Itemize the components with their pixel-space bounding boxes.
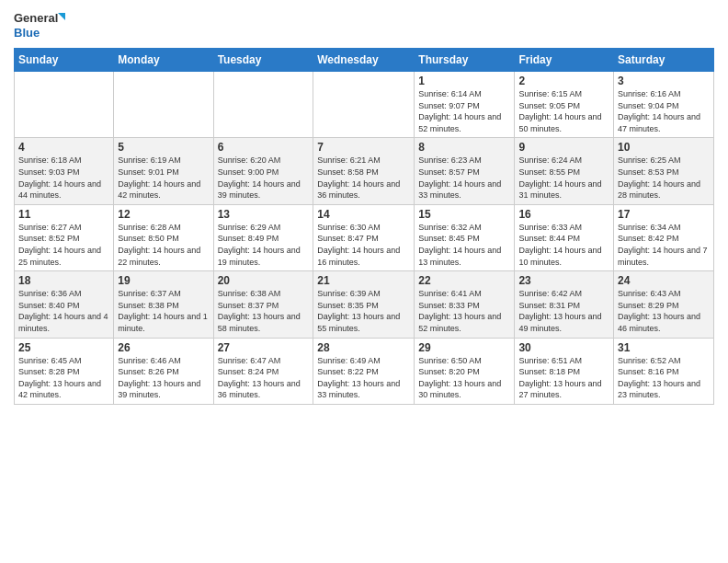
- calendar-cell: 22Sunrise: 6:41 AM Sunset: 8:33 PM Dayli…: [415, 271, 515, 338]
- day-info: Sunrise: 6:39 AM Sunset: 8:35 PM Dayligh…: [317, 288, 410, 334]
- day-number: 18: [18, 274, 109, 287]
- calendar-cell: 8Sunrise: 6:23 AM Sunset: 8:57 PM Daylig…: [415, 138, 515, 204]
- calendar-cell: 6Sunrise: 6:20 AM Sunset: 9:00 PM Daylig…: [213, 138, 313, 204]
- calendar-week-row: 1Sunrise: 6:14 AM Sunset: 9:07 PM Daylig…: [15, 72, 714, 138]
- day-info: Sunrise: 6:43 AM Sunset: 8:29 PM Dayligh…: [618, 288, 710, 334]
- day-number: 15: [418, 208, 510, 221]
- calendar-cell: 20Sunrise: 6:38 AM Sunset: 8:37 PM Dayli…: [213, 271, 313, 338]
- calendar-cell: 23Sunrise: 6:42 AM Sunset: 8:31 PM Dayli…: [515, 271, 614, 338]
- calendar-cell: 19Sunrise: 6:37 AM Sunset: 8:38 PM Dayli…: [114, 271, 213, 338]
- calendar-cell: 16Sunrise: 6:33 AM Sunset: 8:44 PM Dayli…: [515, 204, 614, 270]
- calendar-cell: [15, 72, 114, 138]
- day-number: 12: [118, 208, 209, 221]
- day-info: Sunrise: 6:25 AM Sunset: 8:53 PM Dayligh…: [618, 155, 710, 201]
- day-number: 27: [218, 341, 310, 354]
- day-number: 28: [317, 341, 410, 354]
- calendar-cell: 3Sunrise: 6:16 AM Sunset: 9:04 PM Daylig…: [614, 72, 714, 138]
- day-info: Sunrise: 6:45 AM Sunset: 8:28 PM Dayligh…: [18, 355, 109, 401]
- day-number: 20: [218, 274, 310, 287]
- day-of-week-header: Tuesday: [213, 49, 313, 72]
- calendar-cell: 11Sunrise: 6:27 AM Sunset: 8:52 PM Dayli…: [15, 204, 114, 270]
- day-info: Sunrise: 6:46 AM Sunset: 8:26 PM Dayligh…: [118, 355, 209, 401]
- calendar-cell: 12Sunrise: 6:28 AM Sunset: 8:50 PM Dayli…: [114, 204, 213, 270]
- calendar-week-row: 11Sunrise: 6:27 AM Sunset: 8:52 PM Dayli…: [15, 204, 714, 270]
- calendar-cell: 15Sunrise: 6:32 AM Sunset: 8:45 PM Dayli…: [415, 204, 515, 270]
- day-number: 13: [218, 208, 310, 221]
- day-number: 11: [18, 208, 109, 221]
- day-number: 3: [618, 75, 710, 87]
- day-of-week-header: Sunday: [15, 49, 114, 72]
- day-of-week-header: Friday: [515, 49, 614, 72]
- day-number: 4: [18, 141, 109, 154]
- calendar-cell: 24Sunrise: 6:43 AM Sunset: 8:29 PM Dayli…: [614, 271, 714, 338]
- calendar-cell: 31Sunrise: 6:52 AM Sunset: 8:16 PM Dayli…: [614, 338, 714, 404]
- calendar-cell: 29Sunrise: 6:50 AM Sunset: 8:20 PM Dayli…: [415, 338, 515, 404]
- day-info: Sunrise: 6:38 AM Sunset: 8:37 PM Dayligh…: [218, 288, 310, 334]
- day-info: Sunrise: 6:50 AM Sunset: 8:20 PM Dayligh…: [418, 355, 510, 401]
- day-info: Sunrise: 6:34 AM Sunset: 8:42 PM Dayligh…: [618, 222, 710, 268]
- calendar-cell: 1Sunrise: 6:14 AM Sunset: 9:07 PM Daylig…: [415, 72, 515, 138]
- day-info: Sunrise: 6:52 AM Sunset: 8:16 PM Dayligh…: [618, 355, 710, 401]
- calendar-header-row: SundayMondayTuesdayWednesdayThursdayFrid…: [15, 49, 714, 72]
- calendar-cell: 13Sunrise: 6:29 AM Sunset: 8:49 PM Dayli…: [213, 204, 313, 270]
- day-number: 29: [418, 341, 510, 354]
- day-number: 5: [118, 141, 209, 154]
- day-number: 24: [618, 274, 710, 287]
- day-number: 2: [518, 75, 609, 87]
- header: General Blue: [14, 9, 714, 42]
- calendar-cell: 10Sunrise: 6:25 AM Sunset: 8:53 PM Dayli…: [614, 138, 714, 204]
- calendar-week-row: 4Sunrise: 6:18 AM Sunset: 9:03 PM Daylig…: [15, 138, 714, 204]
- day-info: Sunrise: 6:37 AM Sunset: 8:38 PM Dayligh…: [118, 288, 209, 334]
- calendar-table: SundayMondayTuesdayWednesdayThursdayFrid…: [14, 48, 714, 405]
- calendar-week-row: 18Sunrise: 6:36 AM Sunset: 8:40 PM Dayli…: [15, 271, 714, 338]
- svg-text:Blue: Blue: [14, 26, 40, 40]
- calendar-cell: 26Sunrise: 6:46 AM Sunset: 8:26 PM Dayli…: [114, 338, 213, 404]
- calendar-cell: 2Sunrise: 6:15 AM Sunset: 9:05 PM Daylig…: [515, 72, 614, 138]
- day-info: Sunrise: 6:20 AM Sunset: 9:00 PM Dayligh…: [218, 155, 310, 201]
- day-info: Sunrise: 6:30 AM Sunset: 8:47 PM Dayligh…: [317, 222, 410, 268]
- day-info: Sunrise: 6:29 AM Sunset: 8:49 PM Dayligh…: [218, 222, 310, 268]
- day-info: Sunrise: 6:32 AM Sunset: 8:45 PM Dayligh…: [418, 222, 510, 268]
- day-info: Sunrise: 6:15 AM Sunset: 9:05 PM Dayligh…: [518, 88, 609, 134]
- logo-svg: General Blue: [14, 9, 69, 42]
- day-info: Sunrise: 6:16 AM Sunset: 9:04 PM Dayligh…: [618, 88, 710, 134]
- day-info: Sunrise: 6:42 AM Sunset: 8:31 PM Dayligh…: [518, 288, 609, 334]
- day-number: 22: [418, 274, 510, 287]
- calendar-cell: [313, 72, 415, 138]
- day-info: Sunrise: 6:49 AM Sunset: 8:22 PM Dayligh…: [317, 355, 410, 401]
- day-number: 21: [317, 274, 410, 287]
- day-number: 17: [618, 208, 710, 221]
- day-number: 30: [518, 341, 609, 354]
- day-info: Sunrise: 6:27 AM Sunset: 8:52 PM Dayligh…: [18, 222, 109, 268]
- day-info: Sunrise: 6:19 AM Sunset: 9:01 PM Dayligh…: [118, 155, 209, 201]
- day-number: 6: [218, 141, 310, 154]
- svg-text:General: General: [14, 11, 58, 25]
- calendar-cell: [114, 72, 213, 138]
- day-number: 25: [18, 341, 109, 354]
- day-info: Sunrise: 6:28 AM Sunset: 8:50 PM Dayligh…: [118, 222, 209, 268]
- day-number: 23: [518, 274, 609, 287]
- day-number: 8: [418, 141, 510, 154]
- day-info: Sunrise: 6:24 AM Sunset: 8:55 PM Dayligh…: [518, 155, 609, 201]
- day-number: 9: [518, 141, 609, 154]
- day-info: Sunrise: 6:51 AM Sunset: 8:18 PM Dayligh…: [518, 355, 609, 401]
- calendar-cell: 28Sunrise: 6:49 AM Sunset: 8:22 PM Dayli…: [313, 338, 415, 404]
- calendar-cell: 14Sunrise: 6:30 AM Sunset: 8:47 PM Dayli…: [313, 204, 415, 270]
- day-number: 26: [118, 341, 209, 354]
- day-info: Sunrise: 6:36 AM Sunset: 8:40 PM Dayligh…: [18, 288, 109, 334]
- day-info: Sunrise: 6:23 AM Sunset: 8:57 PM Dayligh…: [418, 155, 510, 201]
- calendar-cell: [213, 72, 313, 138]
- day-info: Sunrise: 6:14 AM Sunset: 9:07 PM Dayligh…: [418, 88, 510, 134]
- day-number: 31: [618, 341, 710, 354]
- calendar-cell: 17Sunrise: 6:34 AM Sunset: 8:42 PM Dayli…: [614, 204, 714, 270]
- day-number: 19: [118, 274, 209, 287]
- calendar-cell: 25Sunrise: 6:45 AM Sunset: 8:28 PM Dayli…: [15, 338, 114, 404]
- day-of-week-header: Thursday: [415, 49, 515, 72]
- day-info: Sunrise: 6:21 AM Sunset: 8:58 PM Dayligh…: [317, 155, 410, 201]
- day-of-week-header: Wednesday: [313, 49, 415, 72]
- calendar-cell: 21Sunrise: 6:39 AM Sunset: 8:35 PM Dayli…: [313, 271, 415, 338]
- main-container: General Blue SundayMondayTuesdayWednesda…: [0, 0, 728, 563]
- day-info: Sunrise: 6:33 AM Sunset: 8:44 PM Dayligh…: [518, 222, 609, 268]
- calendar-cell: 18Sunrise: 6:36 AM Sunset: 8:40 PM Dayli…: [15, 271, 114, 338]
- day-number: 1: [418, 75, 510, 87]
